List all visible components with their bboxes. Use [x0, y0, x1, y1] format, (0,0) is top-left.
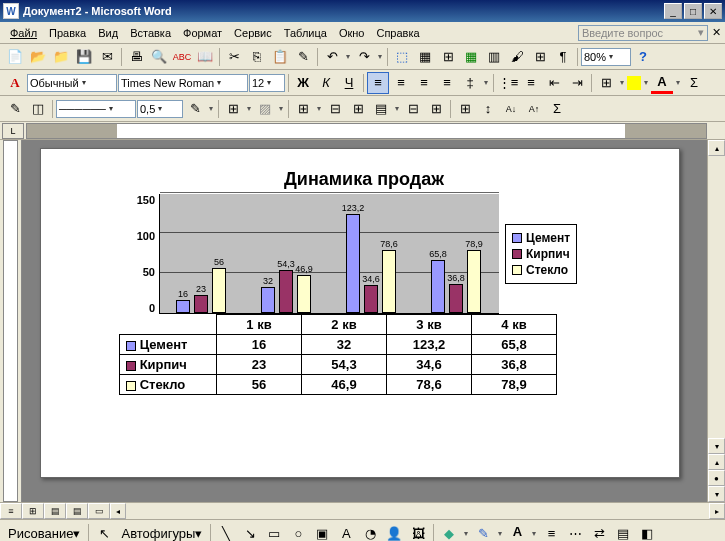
eraser-icon[interactable]: ◫ [27, 98, 49, 120]
excel-icon[interactable]: ▦ [460, 46, 482, 68]
open-icon[interactable]: 📂 [27, 46, 49, 68]
rect-icon[interactable]: ▭ [263, 522, 285, 541]
indent-dec-icon[interactable]: ⇤ [543, 72, 565, 94]
drawing-icon[interactable]: 🖌 [506, 46, 528, 68]
split-cells-icon[interactable]: ⊞ [347, 98, 369, 120]
reading-view-icon[interactable]: ▭ [88, 503, 110, 519]
undo-icon[interactable]: ↶ [321, 46, 343, 68]
style-combo[interactable]: Обычный▾ [27, 74, 117, 92]
fill-color-icon[interactable]: ◆ [438, 522, 460, 541]
diagram-icon[interactable]: ◔ [359, 522, 381, 541]
document-viewport[interactable]: Динамика продаж 150 100 50 0 1623563254,… [22, 140, 707, 502]
prev-page-icon[interactable]: ▴ [708, 454, 725, 470]
insert-table-icon[interactable]: ⊞ [437, 46, 459, 68]
tables-borders-icon[interactable]: ▦ [414, 46, 436, 68]
columns-icon[interactable]: ▥ [483, 46, 505, 68]
research-icon[interactable]: 📖 [194, 46, 216, 68]
font-combo[interactable]: Times New Roman▾ [118, 74, 248, 92]
redo-dropdown[interactable]: ▾ [376, 52, 384, 61]
line-weight-combo[interactable]: 0,5▾ [137, 100, 183, 118]
scroll-down-icon[interactable]: ▾ [708, 438, 725, 454]
borders-icon[interactable]: ⊞ [595, 72, 617, 94]
chart-object[interactable]: Динамика продаж 150 100 50 0 1623563254,… [119, 169, 609, 395]
arrow-style-icon[interactable]: ⇄ [588, 522, 610, 541]
distribute-cols-icon[interactable]: ⊞ [425, 98, 447, 120]
line-style-combo[interactable]: ──────▾ [56, 100, 136, 118]
align-right-icon[interactable]: ≡ [413, 72, 435, 94]
new-doc-icon[interactable]: 📄 [4, 46, 26, 68]
highlight-icon[interactable] [627, 76, 641, 90]
scroll-up-icon[interactable]: ▴ [708, 140, 725, 156]
help-icon[interactable]: ? [632, 46, 654, 68]
line-icon[interactable]: ╲ [215, 522, 237, 541]
menu-window[interactable]: Окно [333, 25, 371, 41]
indent-inc-icon[interactable]: ⇥ [566, 72, 588, 94]
shading-icon[interactable]: ▨ [254, 98, 276, 120]
copy-icon[interactable]: ⎘ [246, 46, 268, 68]
merge-cells-icon[interactable]: ⊟ [324, 98, 346, 120]
menu-edit[interactable]: Правка [43, 25, 92, 41]
align-cells-icon[interactable]: ▤ [370, 98, 392, 120]
menu-tools[interactable]: Сервис [228, 25, 278, 41]
shadow-icon[interactable]: ▤ [612, 522, 634, 541]
draw-table-icon[interactable]: ✎ [4, 98, 26, 120]
menu-help[interactable]: Справка [370, 25, 425, 41]
outline-view-icon[interactable]: ▤ [66, 503, 88, 519]
mail-icon[interactable]: ✉ [96, 46, 118, 68]
format-painter-icon[interactable]: ✎ [292, 46, 314, 68]
vertical-ruler[interactable] [0, 140, 22, 502]
sort-desc-icon[interactable]: A↑ [523, 98, 545, 120]
draw-menu[interactable]: Рисование ▾ [4, 522, 84, 541]
show-marks-icon[interactable]: ¶ [552, 46, 574, 68]
underline-button[interactable]: Ч [338, 72, 360, 94]
font-color-icon[interactable]: A [651, 72, 673, 94]
browse-object-icon[interactable]: ● [708, 470, 725, 486]
doc-close-button[interactable]: ✕ [712, 26, 721, 39]
numbering-icon[interactable]: ⋮≡ [497, 72, 519, 94]
picture-icon[interactable]: 🖼 [407, 522, 429, 541]
bold-button[interactable]: Ж [292, 72, 314, 94]
horizontal-scrollbar[interactable]: ≡ ⊞ ▤ ▤ ▭ ◂ ▸ [0, 502, 725, 520]
textbox-icon[interactable]: ▣ [311, 522, 333, 541]
3d-icon[interactable]: ◧ [636, 522, 658, 541]
wordart-icon[interactable]: A [335, 522, 357, 541]
zoom-combo[interactable]: 80%▾ [581, 48, 631, 66]
hyperlink-icon[interactable]: ⬚ [391, 46, 413, 68]
line-color-icon[interactable]: ✎ [472, 522, 494, 541]
vertical-scrollbar[interactable]: ▴ ▾ ▴ ● ▾ [707, 140, 725, 502]
next-page-icon[interactable]: ▾ [708, 486, 725, 502]
outside-border-icon[interactable]: ⊞ [222, 98, 244, 120]
ask-question-box[interactable]: Введите вопрос▾ [578, 25, 708, 41]
doc-map-icon[interactable]: ⊞ [529, 46, 551, 68]
save-icon[interactable]: 💾 [73, 46, 95, 68]
oval-icon[interactable]: ○ [287, 522, 309, 541]
border-color-icon[interactable]: ✎ [184, 98, 206, 120]
autoshapes-menu[interactable]: Автофигуры ▾ [117, 522, 206, 541]
style-pane-icon[interactable]: A [4, 72, 26, 94]
insert-table-icon[interactable]: ⊞ [292, 98, 314, 120]
italic-button[interactable]: К [315, 72, 337, 94]
spellcheck-icon[interactable]: ABC [171, 46, 193, 68]
bullets-icon[interactable]: ≡ [520, 72, 542, 94]
web-view-icon[interactable]: ⊞ [22, 503, 44, 519]
dash-style-icon[interactable]: ⋯ [564, 522, 586, 541]
horizontal-ruler[interactable] [26, 123, 707, 139]
print-icon[interactable]: 🖶 [125, 46, 147, 68]
line-style-icon[interactable]: ≡ [540, 522, 562, 541]
clipart-icon[interactable]: 👤 [383, 522, 405, 541]
text-direction-icon[interactable]: ↕ [477, 98, 499, 120]
distribute-rows-icon[interactable]: ⊟ [402, 98, 424, 120]
tab-selector[interactable]: L [2, 123, 24, 139]
paste-icon[interactable]: 📋 [269, 46, 291, 68]
redo-icon[interactable]: ↷ [353, 46, 375, 68]
select-arrow-icon[interactable]: ↖ [93, 522, 115, 541]
arrow-icon[interactable]: ↘ [239, 522, 261, 541]
sigma-icon[interactable]: Σ [683, 72, 705, 94]
menu-view[interactable]: Вид [92, 25, 124, 41]
menu-insert[interactable]: Вставка [124, 25, 177, 41]
menu-file[interactable]: Файл [4, 25, 43, 41]
align-left-icon[interactable]: ≡ [367, 72, 389, 94]
autoformat-icon[interactable]: ⊞ [454, 98, 476, 120]
maximize-button[interactable]: □ [684, 3, 702, 19]
scroll-right-icon[interactable]: ▸ [709, 503, 725, 519]
